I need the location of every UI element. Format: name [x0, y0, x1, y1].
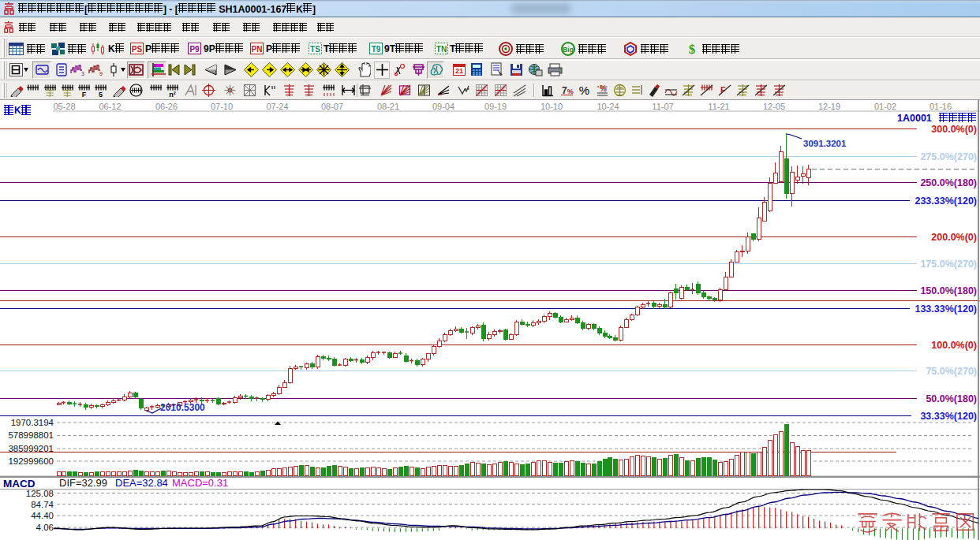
svg-text:%: % — [600, 84, 607, 93]
svg-text:01-02: 01-02 — [874, 102, 896, 111]
svg-text:09-19: 09-19 — [484, 102, 507, 111]
svg-text:385999201: 385999201 — [8, 444, 54, 453]
svg-text:05-28: 05-28 — [53, 102, 75, 111]
svg-text:%: % — [578, 84, 589, 97]
svg-text:7%: 7% — [562, 85, 574, 96]
svg-text:07-24: 07-24 — [266, 102, 288, 111]
svg-text:75.0%(270): 75.0%(270) — [926, 366, 977, 377]
svg-text:PS: PS — [132, 45, 143, 54]
svg-text:3: 3 — [81, 71, 84, 76]
svg-text:9: 9 — [99, 71, 103, 76]
svg-text:1A0001: 1A0001 — [897, 113, 932, 124]
svg-text:84.74: 84.74 — [31, 500, 54, 509]
svg-text:MACD=0.31: MACD=0.31 — [172, 477, 228, 489]
svg-text:100.0%(0): 100.0%(0) — [931, 340, 977, 351]
svg-text:08-21: 08-21 — [377, 102, 399, 111]
svg-text:06-26: 06-26 — [155, 102, 178, 111]
svg-text:21: 21 — [455, 67, 463, 75]
svg-text:12-05: 12-05 — [763, 102, 785, 111]
svg-text:125.08: 125.08 — [26, 489, 54, 498]
svg-text:44.40: 44.40 — [31, 511, 54, 520]
svg-text:Big: Big — [563, 46, 574, 54]
svg-text:192999600: 192999600 — [8, 456, 54, 466]
svg-text:4.06: 4.06 — [36, 523, 54, 532]
svg-text:DIF=32.99: DIF=32.99 — [59, 477, 107, 489]
svg-text:275.0%(270): 275.0%(270) — [920, 151, 977, 162]
svg-text:PN: PN — [252, 45, 263, 54]
svg-text:10-24: 10-24 — [597, 102, 619, 111]
svg-text:5: 5 — [98, 91, 102, 97]
svg-text:n²: n² — [169, 91, 176, 97]
svg-text:1970.3194: 1970.3194 — [11, 418, 54, 427]
svg-text:250.0%(180): 250.0%(180) — [920, 177, 977, 188]
svg-text:3091.3201: 3091.3201 — [803, 139, 847, 148]
svg-text:11-21: 11-21 — [708, 102, 729, 111]
svg-text:50.0%(180): 50.0%(180) — [926, 393, 977, 404]
svg-text:133.33%(120): 133.33%(120) — [915, 304, 977, 315]
svg-text:200.0%(0): 200.0%(0) — [931, 232, 977, 243]
svg-text:578998801: 578998801 — [8, 430, 54, 440]
svg-text:T9: T9 — [372, 45, 381, 54]
svg-text:P9: P9 — [189, 45, 200, 54]
svg-text:175.0%(270): 175.0%(270) — [920, 259, 977, 270]
svg-text:33.33%(120): 33.33%(120) — [920, 411, 977, 422]
svg-text:MACD: MACD — [3, 478, 36, 490]
svg-text:10-10: 10-10 — [540, 102, 563, 111]
svg-text:11-07: 11-07 — [652, 102, 673, 111]
svg-text:$: $ — [689, 42, 696, 56]
svg-text:TN: TN — [436, 45, 447, 54]
svg-text:01-16: 01-16 — [930, 102, 952, 111]
svg-text:233.33%(120): 233.33%(120) — [915, 196, 977, 207]
svg-text:TS: TS — [310, 45, 320, 54]
svg-text:2010.5300: 2010.5300 — [160, 402, 205, 413]
svg-text:F: F — [81, 91, 86, 97]
svg-text:09-04: 09-04 — [432, 102, 454, 111]
svg-text:08-07: 08-07 — [321, 102, 343, 111]
svg-text:12-19: 12-19 — [818, 102, 840, 111]
svg-text:06-12: 06-12 — [99, 102, 121, 111]
svg-text:DEA=32.84: DEA=32.84 — [115, 477, 168, 489]
svg-text:07-10: 07-10 — [211, 102, 233, 111]
svg-text:150.0%(180): 150.0%(180) — [920, 285, 977, 296]
